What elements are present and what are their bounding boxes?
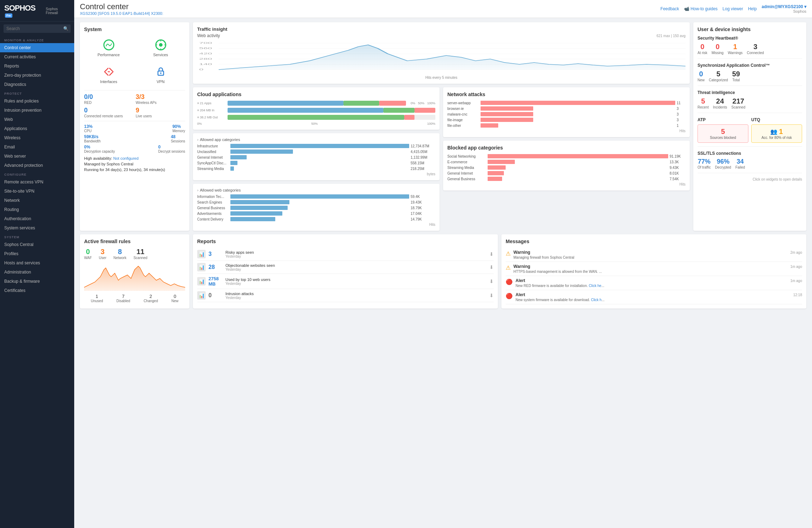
cloud-apps-title: Cloud applications bbox=[197, 92, 435, 97]
alert-link-1[interactable]: Click h bbox=[591, 298, 601, 302]
sidebar-item-intrusion[interactable]: Intrusion prevention bbox=[0, 106, 74, 115]
msg-content-2: Alert 1m ago New RED firmware is availab… bbox=[516, 278, 802, 288]
ha-value-link[interactable]: Not configured bbox=[113, 156, 139, 160]
allowed-app-cats-list: Infrastructure 12,734.87M Unclassified 4… bbox=[197, 144, 435, 171]
fw-unused-val: 1 bbox=[91, 294, 103, 299]
ssl-traffic[interactable]: 77% Of traffic bbox=[698, 158, 711, 169]
threat-title: Threat intelligence bbox=[698, 90, 802, 95]
report-icon-2: 📊 bbox=[197, 277, 206, 286]
blocked-row-3: General Internet 8.01K bbox=[447, 171, 686, 175]
sidebar-item-zero-day[interactable]: Zero-day protection bbox=[0, 71, 74, 80]
blocked-app-cats-list: Social Networking 91.19K E-commerce 13.3… bbox=[447, 154, 686, 181]
sidebar-item-site-vpn[interactable]: Site-to-site VPN bbox=[0, 187, 74, 196]
fw-waf[interactable]: 0 WAF bbox=[84, 248, 92, 260]
report-icon-3: 📊 bbox=[197, 291, 206, 300]
heartbeat-warnings[interactable]: 1 Warnings bbox=[728, 43, 743, 55]
sidebar-item-backup-firmware[interactable]: Backup & firmware bbox=[0, 277, 74, 286]
sync-app-counts: 0 New 5 Categorized 59 Total bbox=[698, 70, 802, 82]
sidebar-item-applications[interactable]: Applications bbox=[0, 124, 74, 133]
sidebar-item-advanced-protection[interactable]: Advanced protection bbox=[0, 161, 74, 170]
sync-app-categorized[interactable]: 5 Categorized bbox=[709, 70, 728, 82]
cloud-app-bar-2 bbox=[228, 115, 435, 120]
heartbeat-connected[interactable]: 3 Connected bbox=[747, 43, 764, 55]
fw-network[interactable]: 8 Network bbox=[113, 248, 126, 260]
sidebar-item-diagnostics[interactable]: Diagnostics bbox=[0, 80, 74, 89]
report-download-icon-2[interactable]: ⬇ bbox=[489, 278, 494, 284]
alert-link-0[interactable]: Click he bbox=[589, 284, 601, 288]
sidebar-item-remote-vpn[interactable]: Remote access VPN bbox=[0, 177, 74, 187]
reports-list: 📊 3 Risky apps seen Yesterday ⬇ 📊 28 Obj… bbox=[197, 248, 494, 302]
threat-recent[interactable]: 5 Recent bbox=[698, 97, 709, 109]
heartbeat-at-risk[interactable]: 0 At risk bbox=[698, 43, 707, 55]
metric-row-3: 0% Decryption capacity 0 Decrypt session… bbox=[84, 145, 185, 153]
sidebar-item-certificates[interactable]: Certificates bbox=[0, 286, 74, 295]
sidebar-item-rules-policies[interactable]: Rules and policies bbox=[0, 96, 74, 106]
threat-scanned-num: 217 bbox=[731, 97, 745, 105]
sidebar-item-sophos-central[interactable]: Sophos Central bbox=[0, 240, 74, 249]
sidebar-item-routing[interactable]: Routing bbox=[0, 205, 74, 214]
threat-incidents[interactable]: 24 Incidents bbox=[713, 97, 727, 109]
help-link[interactable]: Help bbox=[748, 6, 757, 11]
services-icon bbox=[154, 39, 167, 51]
ssl-decrypted[interactable]: 96% Decrypted bbox=[715, 158, 731, 169]
sidebar-item-control-center[interactable]: Control center bbox=[0, 43, 74, 52]
sync-app-total[interactable]: 59 Total bbox=[732, 70, 740, 82]
sync-app-new[interactable]: 0 New bbox=[698, 70, 705, 82]
fw-user[interactable]: 3 User bbox=[99, 248, 106, 260]
section-label-configure: CONFIGURE bbox=[0, 170, 74, 177]
fw-new-label: New bbox=[171, 299, 178, 303]
interfaces-label: Interfaces bbox=[100, 80, 117, 84]
click-hint: Click on widgets to open details bbox=[698, 177, 802, 181]
atp-box[interactable]: 5 Sources blocked bbox=[698, 124, 748, 143]
web-activity-label: Web activity bbox=[197, 33, 220, 38]
how-to-link[interactable]: 📹 How-to guides bbox=[684, 6, 718, 11]
sidebar-item-email[interactable]: Email bbox=[0, 142, 74, 152]
sidebar-item-current-activities[interactable]: Current activities bbox=[0, 52, 74, 61]
ssl-failed[interactable]: 34 Failed bbox=[735, 158, 745, 169]
fw-waf-label: WAF bbox=[84, 256, 92, 260]
heartbeat-missing[interactable]: 0 Missing bbox=[712, 43, 724, 55]
admin-name[interactable]: admin@MYXGS2100 ▾ bbox=[762, 4, 806, 9]
web-activity-chart: 700 560 420 280 140 0 bbox=[197, 40, 686, 75]
report-download-icon-0[interactable]: ⬇ bbox=[489, 251, 494, 257]
cpu-label: CPU bbox=[84, 129, 93, 133]
sidebar-item-profiles[interactable]: Profiles bbox=[0, 249, 74, 258]
admin-info: admin@MYXGS2100 ▾ Sophos bbox=[762, 4, 806, 13]
report-download-icon-1[interactable]: ⬇ bbox=[489, 264, 494, 270]
services-icon-item[interactable]: Services bbox=[136, 36, 185, 60]
log-viewer-link[interactable]: Log viewer bbox=[723, 6, 743, 11]
sidebar-item-reports[interactable]: Reports bbox=[0, 61, 74, 71]
sidebar-item-system-services[interactable]: System services bbox=[0, 223, 74, 233]
report-download-icon-3[interactable]: ⬇ bbox=[489, 293, 494, 298]
search-input[interactable] bbox=[4, 24, 71, 33]
performance-icon-item[interactable]: Performance bbox=[84, 36, 133, 60]
logo-wrap: SOPHOS Fw bbox=[4, 4, 43, 18]
feedback-link[interactable]: Feedback bbox=[660, 6, 679, 11]
utq-num: 1 bbox=[779, 128, 783, 136]
sidebar-item-network[interactable]: Network bbox=[0, 196, 74, 205]
fw-disabled-label: Disabled bbox=[116, 299, 130, 303]
heartbeat-at-risk-num: 0 bbox=[698, 43, 707, 51]
threat-scanned[interactable]: 217 Scanned bbox=[731, 97, 745, 109]
sidebar-item-authentication[interactable]: Authentication bbox=[0, 214, 74, 223]
content-area: System Performance Services bbox=[74, 18, 812, 528]
vpn-icon-item[interactable]: VPN bbox=[136, 63, 185, 87]
sidebar-item-web[interactable]: Web bbox=[0, 115, 74, 124]
report-num-1: 28 bbox=[208, 264, 223, 270]
fw-scanned[interactable]: 11 Scanned bbox=[134, 248, 147, 260]
sidebar-item-hosts-services[interactable]: Hosts and services bbox=[0, 258, 74, 268]
sidebar-item-administration[interactable]: Administration bbox=[0, 268, 74, 277]
interfaces-icon-item[interactable]: Interfaces bbox=[84, 63, 133, 87]
atp-num: 5 bbox=[701, 128, 745, 136]
admin-org: Sophos bbox=[762, 9, 806, 13]
sidebar-item-web-server[interactable]: Web server bbox=[0, 152, 74, 161]
hits-label-web: Hits bbox=[197, 223, 435, 227]
topbar: Control center XGS2300 [SFOS 19.5.0 EAP1… bbox=[74, 0, 812, 18]
utq-box[interactable]: 👥 1 Acc. for 80% of risk bbox=[751, 124, 802, 143]
sidebar: SOPHOS Fw Sophos Firewall 🔍 MONITOR & AN… bbox=[0, 0, 74, 528]
sidebar-item-wireless[interactable]: Wireless bbox=[0, 133, 74, 142]
ssl-section: SSL/TLS connections 77% Of traffic 96% D… bbox=[698, 151, 802, 173]
svg-text:560: 560 bbox=[199, 47, 212, 50]
firewall-bar-chart bbox=[84, 263, 185, 291]
device-info: XGS2300 [SFOS 19.5.0 EAP1-Build144] X230… bbox=[80, 11, 163, 16]
